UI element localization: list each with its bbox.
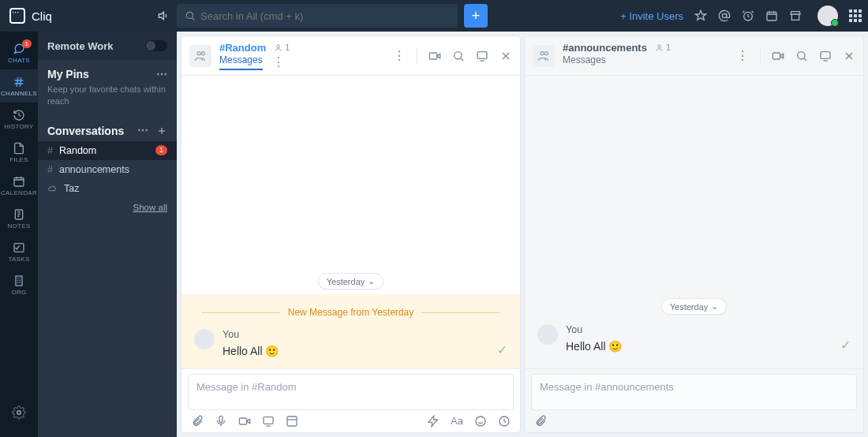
svg-point-8 [17, 411, 21, 415]
message-area[interactable]: Yesterday⌄ You Hello All 🙂 ✓ [525, 76, 863, 368]
rail-item-chats[interactable]: 1 CHATS [0, 36, 38, 69]
hash-icon: # [47, 145, 53, 156]
screen-icon[interactable] [476, 50, 488, 62]
attach-icon[interactable] [191, 415, 204, 428]
screen-icon[interactable] [819, 50, 832, 62]
search-input[interactable] [200, 10, 450, 22]
bolt-icon[interactable] [427, 415, 440, 428]
svg-rect-12 [429, 53, 436, 59]
svg-rect-15 [219, 416, 223, 422]
tab-messages[interactable]: Messages [219, 54, 263, 70]
file-icon [13, 142, 25, 155]
chat-pane-random: #Random 1 Messages ⋮ ⋮ [181, 36, 520, 432]
sidebar-item-random[interactable]: # Random 1 [38, 141, 177, 160]
rail-item-history[interactable]: HISTORY [0, 103, 38, 136]
svg-point-0 [186, 12, 193, 18]
message-input[interactable]: Message in #Random [188, 374, 514, 410]
check-icon: ✓ [840, 338, 851, 353]
my-pins-header: My Pins ⋯ [38, 60, 177, 84]
speaker-icon[interactable] [158, 9, 170, 22]
profile-avatar[interactable] [817, 6, 838, 26]
tab-more-icon[interactable]: ⋮ [272, 54, 285, 69]
conversations-title: Conversations [47, 125, 124, 137]
svg-point-19 [476, 416, 485, 426]
svg-rect-16 [239, 418, 246, 424]
remote-work-toggle[interactable] [145, 40, 167, 51]
search-bar[interactable] [177, 4, 458, 28]
svg-point-11 [277, 44, 280, 47]
sender-name: You [566, 324, 832, 335]
svg-rect-14 [477, 51, 487, 58]
more-icon[interactable]: ⋯ [156, 68, 167, 80]
app-logo[interactable]: Cliq [6, 8, 177, 24]
my-pins-hint: Keep your favorite chats within reach [38, 84, 177, 116]
rail-item-channels[interactable]: CHANNELS [0, 69, 38, 103]
more-icon[interactable]: ⋯ [137, 124, 148, 138]
participant-count[interactable]: 1 [655, 43, 671, 52]
search-icon[interactable] [452, 50, 465, 62]
participant-count[interactable]: 1 [274, 43, 290, 52]
hash-icon [13, 76, 25, 88]
sidebar-item-label: announcements [59, 164, 129, 175]
mention-icon[interactable] [718, 9, 731, 22]
format-icon[interactable]: Aa [451, 415, 463, 428]
sender-avatar [194, 329, 215, 349]
tab-messages[interactable]: Messages [563, 54, 606, 70]
date-pill[interactable]: Yesterday⌄ [661, 298, 728, 315]
mic-icon[interactable] [215, 415, 227, 428]
rail-item-files[interactable]: FILES [0, 136, 38, 169]
date-pill[interactable]: Yesterday⌄ [318, 273, 384, 289]
video-icon[interactable] [428, 50, 441, 62]
composer: Message in #Random Aa [181, 368, 520, 432]
svg-point-21 [541, 51, 544, 54]
close-icon[interactable] [499, 50, 512, 62]
top-icon-row [694, 6, 862, 26]
calendar-top-icon[interactable] [765, 9, 778, 22]
rail-item-settings[interactable] [0, 396, 38, 429]
more-icon[interactable]: ⋮ [393, 48, 406, 63]
svg-rect-7 [16, 276, 22, 286]
svg-rect-26 [821, 51, 830, 58]
history-icon [13, 109, 25, 121]
presentation-icon[interactable] [262, 415, 275, 428]
more-icon[interactable]: ⋮ [736, 48, 749, 63]
sidebar-item-announcements[interactable]: # announcements [38, 160, 177, 179]
tasks-icon [13, 241, 25, 254]
message-area[interactable]: Yesterday⌄ New Message from Yesterday Yo… [181, 76, 520, 368]
rail-item-tasks[interactable]: TASKS [0, 235, 38, 268]
remote-work-label: Remote Work [47, 40, 114, 52]
sender-avatar [537, 324, 558, 345]
schedule-icon[interactable] [498, 415, 511, 428]
show-all-link[interactable]: Show all [38, 198, 177, 217]
search-icon [185, 10, 196, 21]
check-icon: ✓ [497, 342, 507, 357]
rail-item-notes[interactable]: NOTES [0, 202, 38, 235]
channel-name[interactable]: #announcements [563, 42, 647, 54]
message-row[interactable]: You Hello All 🙂 ✓ [525, 324, 863, 353]
rail-item-org[interactable]: ORG [0, 268, 38, 301]
message-text: Hello All 🙂 [223, 345, 489, 357]
record-icon[interactable] [238, 415, 251, 428]
store-icon[interactable] [789, 9, 802, 22]
star-icon[interactable] [694, 9, 707, 22]
video-icon[interactable] [772, 50, 784, 62]
close-icon[interactable] [843, 50, 855, 62]
reminder-icon[interactable] [742, 9, 754, 22]
composer: Message in #announcements [525, 368, 863, 432]
search-icon[interactable] [795, 50, 808, 62]
plus-icon[interactable]: ＋ [156, 124, 167, 138]
message-row[interactable]: You Hello All 🙂 ✓ [181, 329, 520, 357]
gear-icon [12, 405, 26, 420]
emoji-icon[interactable] [474, 415, 487, 428]
whiteboard-icon[interactable] [286, 415, 298, 428]
channel-name[interactable]: #Random [219, 42, 266, 54]
invite-users-link[interactable]: + Invite Users [620, 10, 683, 22]
new-button[interactable]: + [464, 4, 488, 28]
svg-rect-3 [767, 12, 776, 21]
rail-item-calendar[interactable]: CALENDAR [0, 169, 38, 202]
message-input[interactable]: Message in #announcements [531, 374, 857, 410]
sidebar-item-taz[interactable]: Taz [38, 179, 177, 198]
apps-grid-icon[interactable] [849, 9, 862, 22]
chat-panes: #Random 1 Messages ⋮ ⋮ [177, 32, 868, 437]
attach-icon[interactable] [534, 415, 547, 428]
